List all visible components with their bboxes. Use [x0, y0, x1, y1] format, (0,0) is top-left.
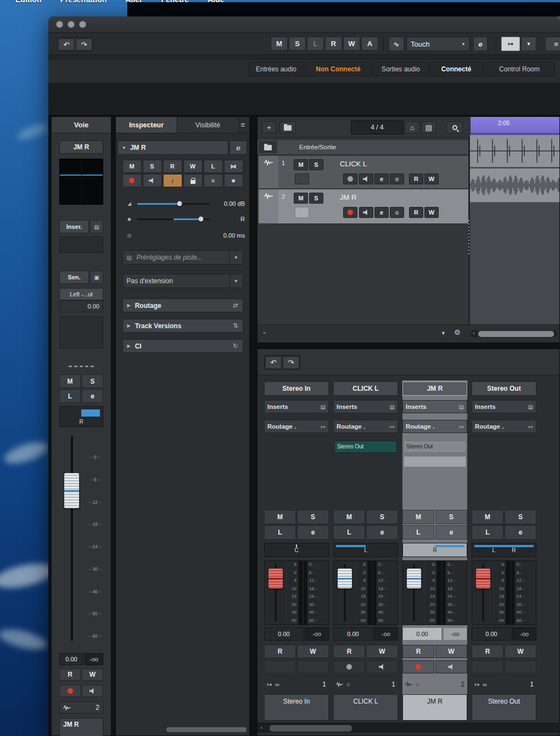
section-routage[interactable]: ▶ Routage ⇄ — [122, 299, 243, 312]
channel-name-header[interactable]: Stereo Out — [472, 381, 536, 396]
channel-track-name[interactable]: JM R — [59, 141, 103, 154]
read-button[interactable]: R — [409, 173, 423, 184]
automation-options-button[interactable]: o — [390, 207, 404, 218]
insert-slot-empty[interactable] — [59, 237, 103, 253]
musical-mode-button[interactable]: ♪ — [163, 174, 182, 187]
listen-button[interactable]: L — [333, 525, 365, 540]
monitor-button[interactable] — [82, 685, 103, 697]
redo-button[interactable]: ↷ — [76, 38, 92, 50]
section-ci[interactable]: ▶ CI ↻ — [122, 339, 243, 353]
monitor-button[interactable] — [366, 660, 398, 673]
write-button[interactable]: W — [424, 173, 439, 184]
inserts-slot[interactable]: Inserts▤ — [402, 400, 467, 413]
inserts-slot[interactable]: Inserts▤ — [472, 400, 536, 413]
tab-sorties-audio[interactable]: Sorties audio — [373, 62, 429, 76]
global-listen-button[interactable]: L — [307, 37, 324, 50]
tab-control-room[interactable]: Control Room — [484, 62, 555, 76]
folder-track-icon-box[interactable] — [259, 141, 277, 153]
monitor-button[interactable] — [359, 207, 373, 218]
freeze-button[interactable]: ∗ — [224, 174, 243, 187]
click-track-event[interactable] — [470, 135, 560, 167]
pan-slider[interactable] — [137, 218, 210, 220]
mute-button[interactable]: M — [59, 374, 81, 388]
track-list-options-button[interactable]: ▤ — [421, 121, 436, 133]
channel-name-footer[interactable]: Stereo Out — [472, 694, 536, 721]
routing-slot[interactable]: Routage .↦ — [472, 420, 536, 433]
peak-value[interactable]: -oo — [85, 653, 103, 665]
global-automation-button[interactable]: A — [361, 37, 378, 50]
read-button[interactable]: R — [59, 668, 81, 681]
time-signature-display[interactable]: 4 / 4 — [351, 120, 404, 134]
lock-button[interactable] — [183, 174, 203, 187]
mute-button[interactable]: M — [264, 510, 296, 524]
fader-cap[interactable] — [476, 569, 490, 588]
volume-fader[interactable] — [472, 561, 494, 625]
zoom-out-button[interactable]: - — [263, 328, 266, 337]
global-write-button[interactable]: W — [343, 37, 360, 50]
sends-rack-icon[interactable]: ▣ — [90, 271, 103, 284]
fader-cap[interactable] — [268, 569, 283, 588]
use-track-preset-button[interactable] — [279, 121, 296, 133]
automation-panel-button[interactable]: ∿ — [389, 37, 404, 51]
pan-value[interactable]: R — [214, 216, 245, 222]
monitor-button[interactable] — [143, 174, 162, 187]
peak-value[interactable]: -oo — [512, 627, 536, 641]
send-slot-empty[interactable] — [59, 317, 103, 349]
io-folder-track[interactable]: Entrée/Sortie — [257, 139, 468, 155]
scroll-left-arrow[interactable]: ‹ — [261, 724, 263, 731]
auto-scroll-button[interactable]: ↦ — [501, 37, 520, 51]
global-mute-button[interactable]: M — [271, 37, 288, 50]
mute-button[interactable]: M — [333, 510, 365, 524]
channel-name-header[interactable]: CLICK L — [333, 381, 398, 396]
listen-button[interactable]: L — [472, 525, 503, 540]
fader-cap[interactable] — [64, 473, 79, 508]
inserts-button[interactable]: Inser. — [59, 220, 89, 233]
listen-button[interactable]: L — [204, 160, 223, 173]
routing-target[interactable]: Stereo Out — [334, 441, 397, 453]
routing-extra-slot[interactable] — [404, 456, 466, 467]
undo-button[interactable]: ↶ — [265, 356, 282, 369]
read-button[interactable]: R — [402, 645, 434, 658]
scrollbar-thumb[interactable] — [270, 725, 352, 732]
delay-value[interactable]: 0.00 ms — [214, 232, 245, 239]
channel-settings-button[interactable]: e — [229, 141, 247, 155]
solo-button[interactable]: S — [309, 193, 323, 204]
solo-button[interactable]: S — [435, 510, 467, 524]
pan-control[interactable]: R — [402, 543, 467, 557]
channel-footer-name[interactable]: JM R — [59, 718, 103, 736]
global-read-button[interactable]: R — [325, 37, 342, 50]
record-arm-button[interactable] — [59, 685, 81, 697]
auto-scroll-options-button[interactable]: ▼ — [521, 37, 536, 51]
channel-name-footer[interactable]: Stereo In — [264, 694, 329, 721]
channel-edit-button[interactable]: e — [297, 525, 329, 540]
horizontal-scrollbar[interactable]: ‹ — [257, 723, 560, 733]
track-row-jmr[interactable]: 2 M S JM R e o R W — [257, 189, 468, 223]
global-solo-button[interactable]: S — [289, 37, 306, 50]
add-track-button[interactable]: + — [262, 121, 276, 133]
chevron-down-icon[interactable]: ▼ — [441, 330, 446, 336]
write-button[interactable]: W — [424, 207, 439, 218]
read-button[interactable]: R — [163, 160, 182, 173]
pan-control[interactable]: C — [264, 543, 329, 557]
record-arm-button[interactable] — [122, 174, 142, 187]
channel-edit-button[interactable]: e — [82, 389, 103, 403]
close-window-button[interactable] — [56, 21, 63, 28]
routing-slot[interactable]: Routage .↦ — [402, 420, 467, 433]
fader-cap[interactable] — [338, 569, 352, 588]
tab-inspecteur[interactable]: Inspecteur — [116, 117, 177, 133]
record-arm-button[interactable] — [333, 660, 365, 673]
minimize-window-button[interactable] — [68, 21, 75, 28]
automation-options-button[interactable]: o — [390, 173, 404, 184]
menu-edition[interactable]: Edition — [15, 0, 41, 4]
gear-icon[interactable]: ⚙ — [454, 328, 461, 336]
jmr-track-event[interactable] — [470, 168, 560, 203]
solo-button[interactable]: S — [297, 510, 329, 524]
mute-button[interactable]: M — [122, 160, 142, 173]
inserts-slot[interactable]: Inserts▤ — [264, 400, 329, 413]
level-value[interactable]: 0.00 — [264, 627, 304, 641]
pan-control[interactable]: L R — [472, 543, 536, 557]
redo-button[interactable]: ↷ — [283, 356, 299, 369]
write-button[interactable]: W — [183, 160, 203, 173]
channel-name-footer[interactable]: JM R — [402, 694, 467, 721]
level-value[interactable]: 0.00 — [472, 627, 511, 641]
